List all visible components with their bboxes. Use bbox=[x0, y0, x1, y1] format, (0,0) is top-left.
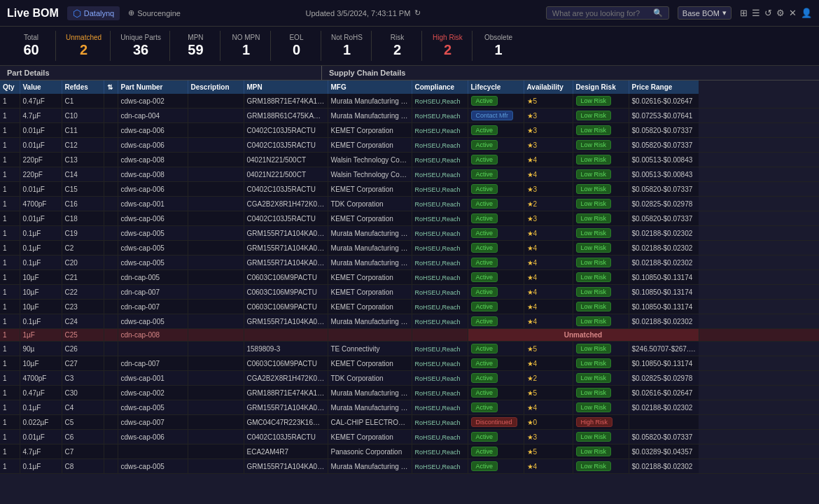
cell-availability: ★4 bbox=[524, 270, 573, 285]
grid-icon[interactable]: ⊞ bbox=[740, 8, 748, 18]
cell-value: 10µF bbox=[20, 270, 62, 285]
cell-lifecycle: Active bbox=[468, 386, 524, 400]
cell-availability: ★3 bbox=[524, 123, 573, 138]
search-input[interactable] bbox=[552, 9, 650, 18]
cell-qty: 1 bbox=[0, 371, 20, 386]
cell-partnum: cdws-cap-001 bbox=[118, 197, 188, 211]
stat-card-unique-parts[interactable]: Unique Parts 36 bbox=[112, 31, 170, 61]
stat-card-no-mpn[interactable]: NO MPN 1 bbox=[222, 31, 271, 61]
search-icon[interactable]: 🔍 bbox=[653, 8, 663, 18]
table-row[interactable]: 11µFC25cdn-cap-008Unmatched bbox=[0, 329, 819, 342]
cell-mpn: C0603C106M9PACTU bbox=[244, 270, 328, 285]
col-header-compliance[interactable]: Compliance bbox=[412, 80, 468, 94]
col-header-price[interactable]: Price Range bbox=[629, 80, 699, 94]
cell-partnum bbox=[118, 444, 188, 459]
active-badge: Active bbox=[471, 125, 498, 135]
cell-lifecycle: Active bbox=[468, 314, 524, 329]
cell-sort bbox=[104, 197, 118, 211]
cell-refdes: C3 bbox=[62, 371, 104, 386]
col-header-lifecycle[interactable]: Lifecycle bbox=[468, 80, 524, 94]
star-rating: ★4 bbox=[527, 156, 538, 164]
stat-card-high-risk[interactable]: High Risk 2 bbox=[424, 31, 472, 61]
cell-qty: 1 bbox=[0, 94, 20, 108]
stat-card-unmatched[interactable]: Unmatched 2 bbox=[57, 31, 111, 61]
cell-sort bbox=[104, 94, 118, 108]
cell-desc bbox=[188, 430, 244, 444]
table-row[interactable]: 110µFC21cdn-cap-005C0603C106M9PACTUKEMET… bbox=[0, 270, 819, 285]
table-row[interactable]: 14700pFC3cdws-cap-001CGA2B2X8R1H472K050B… bbox=[0, 371, 819, 386]
table-row[interactable]: 10.1µFC20cdws-cap-005GRM155R71A104KA01DM… bbox=[0, 255, 819, 270]
col-header-design-risk[interactable]: Design Risk bbox=[573, 80, 629, 94]
search-box[interactable]: 🔍 bbox=[546, 6, 669, 20]
stat-card-mpn[interactable]: MPN 59 bbox=[172, 31, 220, 61]
cell-sort bbox=[104, 444, 118, 459]
cell-compliance: RoHSEU,Reach bbox=[412, 197, 468, 211]
cell-price: $0.02188-$0.02302 bbox=[629, 459, 699, 474]
cell-mfg: KEMET Corporation bbox=[328, 270, 412, 285]
col-header-mpn[interactable]: MPN bbox=[244, 80, 328, 94]
cell-mfg: KEMET Corporation bbox=[328, 123, 412, 138]
sort-icon: ⇅ bbox=[107, 83, 113, 91]
settings-icon[interactable]: ⚙ bbox=[776, 8, 785, 18]
table-row[interactable]: 10.1µFC2cdws-cap-005GRM155R71A104KA01DMu… bbox=[0, 241, 819, 255]
table-row[interactable]: 10.47µFC1cdws-cap-002GRM188R71E474KA12DM… bbox=[0, 94, 819, 108]
col-header-partnum[interactable]: Part Number bbox=[118, 80, 188, 94]
cell-compliance: RoHSEU,Reach bbox=[412, 430, 468, 444]
stat-card-total[interactable]: Total 60 bbox=[7, 31, 56, 61]
col-header-mfg[interactable]: MFG bbox=[328, 80, 412, 94]
cell-sort bbox=[104, 285, 118, 300]
cell-mpn: C0402C103J5RACTU bbox=[244, 211, 328, 226]
col-header-refdes[interactable]: Refdes bbox=[62, 80, 104, 94]
stat-label: High Risk bbox=[433, 34, 463, 41]
table-row[interactable]: 14.7µFC10cdn-cap-004GRM188R61C475KAA1DMu… bbox=[0, 108, 819, 123]
col-header-desc[interactable]: Description bbox=[188, 80, 244, 94]
list-icon[interactable]: ☰ bbox=[752, 8, 760, 18]
table-row[interactable]: 10.47µFC30cdws-cap-002GRM188R71E474KA12D… bbox=[0, 386, 819, 400]
table-row[interactable]: 10.01µFC11cdws-cap-006C0402C103J5RACTUKE… bbox=[0, 123, 819, 138]
user-icon[interactable]: 👤 bbox=[801, 8, 812, 18]
table-row[interactable]: 14700pFC16cdws-cap-001CGA2B2X8R1H472K050… bbox=[0, 197, 819, 211]
app-title: Live BOM bbox=[7, 7, 59, 20]
table-row[interactable]: 10.1µFC4cdws-cap-005GRM155R71A104KA01DMu… bbox=[0, 400, 819, 415]
table-row[interactable]: 190µC261589809-3TE ConnectivityRoHSEU,Re… bbox=[0, 342, 819, 356]
cell-partnum: cdws-cap-008 bbox=[118, 153, 188, 167]
table-row[interactable]: 10.01µFC15cdws-cap-006C0402C103J5RACTUKE… bbox=[0, 182, 819, 197]
bom-selector[interactable]: Base BOM ▾ bbox=[678, 6, 732, 20]
cell-qty: 1 bbox=[0, 300, 20, 314]
active-badge: Active bbox=[471, 402, 498, 412]
table-row[interactable]: 110µFC22cdn-cap-007C0603C106M9PACTUKEMET… bbox=[0, 285, 819, 300]
col-header-value[interactable]: Value bbox=[20, 80, 62, 94]
table-row[interactable]: 110µFC23cdn-cap-007C0603C106M9PACTUKEMET… bbox=[0, 300, 819, 314]
stat-card-eol[interactable]: EOL 0 bbox=[272, 31, 321, 61]
cell-sort bbox=[104, 167, 118, 182]
table-row[interactable]: 10.01µFC6cdws-cap-006C0402C103J5RACTUKEM… bbox=[0, 430, 819, 444]
table-row[interactable]: 10.1µFC24cdws-cap-005GRM155R71A104KA01DM… bbox=[0, 314, 819, 329]
stat-card-obsolete[interactable]: Obsolete 1 bbox=[474, 31, 523, 61]
refresh-icon2[interactable]: ↺ bbox=[764, 8, 772, 18]
stat-card-risk[interactable]: Risk 2 bbox=[373, 31, 422, 61]
cell-mfg: Murata Manufacturing Co... bbox=[328, 314, 412, 329]
table-row[interactable]: 1220pFC13cdws-cap-00804021N221/500CTWals… bbox=[0, 153, 819, 167]
cell-value: 0.47µF bbox=[20, 94, 62, 108]
refresh-icon[interactable]: ↻ bbox=[414, 8, 421, 18]
table-row[interactable]: 10.01µFC12cdws-cap-006C0402C103J5RACTUKE… bbox=[0, 138, 819, 153]
low-risk-badge: Low Risk bbox=[576, 344, 612, 354]
table-row[interactable]: 1220pFC14cdws-cap-00804021N221/500CTWals… bbox=[0, 167, 819, 182]
col-header-availability[interactable]: Availability bbox=[524, 80, 573, 94]
cell-partnum: cdn-cap-007 bbox=[118, 300, 188, 314]
cell-partnum: cdws-cap-002 bbox=[118, 386, 188, 400]
col-header-sort[interactable]: ⇅ bbox=[104, 80, 118, 94]
table-row[interactable]: 14.7µFC7ECA2AM4R7Panasonic CorporationRo… bbox=[0, 444, 819, 459]
table-row[interactable]: 10.022µFC5cdws-cap-007GMC04C47R223K16NTD… bbox=[0, 415, 819, 430]
table-row[interactable]: 10.1µFC8cdws-cap-005GRM155R71A104KA01DMu… bbox=[0, 459, 819, 474]
col-header-qty[interactable]: Qty bbox=[0, 80, 20, 94]
table-row[interactable]: 10.01µFC18cdws-cap-006C0402C103J5RACTUKE… bbox=[0, 211, 819, 226]
cell-mpn: GRM155R71A104KA01D bbox=[244, 459, 328, 474]
close-icon[interactable]: ✕ bbox=[789, 8, 797, 18]
stat-value: 2 bbox=[393, 41, 401, 58]
cell-desc bbox=[188, 153, 244, 167]
table-row[interactable]: 110µFC27cdn-cap-007C0603C106M9PACTUKEMET… bbox=[0, 356, 819, 371]
table-row[interactable]: 10.1µFC19cdws-cap-005GRM155R71A104KA01DM… bbox=[0, 226, 819, 241]
cell-refdes: C11 bbox=[62, 123, 104, 138]
stat-card-not-rohs[interactable]: Not RoHS 1 bbox=[323, 31, 372, 61]
